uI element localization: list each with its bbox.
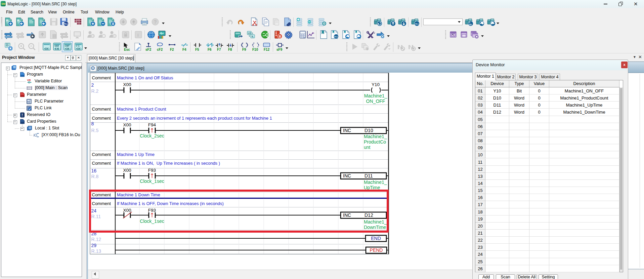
svg-text:sF2: sF2 (145, 48, 152, 51)
svg-text:ALL: ALL (64, 23, 68, 25)
svg-text:F7: F7 (217, 48, 221, 51)
svg-text:F4: F4 (182, 48, 186, 51)
svg-text:VR: VR (27, 79, 31, 82)
svg-text:cF2: cF2 (157, 48, 163, 51)
svg-text:F94: F94 (148, 122, 156, 127)
svg-text:iO: iO (34, 133, 37, 137)
svg-text:END: END (371, 236, 381, 241)
svg-text:CMT: CMT (65, 45, 70, 47)
svg-text:ALL: ALL (415, 23, 419, 25)
svg-text:R.5: R.5 (91, 128, 99, 133)
svg-text:If Machine 1 is ON, Up Time i: If Machine 1 is ON, Up Time increases ( … (117, 161, 220, 166)
svg-text:INC: INC (343, 128, 351, 133)
svg-text:Machine 1 Up Time: Machine 1 Up Time (117, 152, 155, 157)
svg-text:F93: F93 (148, 168, 156, 173)
svg-text:R.2: R.2 (91, 88, 99, 94)
svg-text:F2: F2 (170, 48, 174, 51)
svg-text:F9: F9 (242, 48, 246, 51)
svg-text:P: P (17, 19, 19, 22)
svg-text:Esc: Esc (124, 48, 130, 51)
svg-text:Clock_1sec: Clock_1sec (140, 178, 164, 184)
svg-text:VAR: VAR (54, 45, 59, 47)
svg-text:X00: X00 (123, 122, 131, 127)
svg-text:Machine1_: Machine1_ (364, 134, 387, 139)
svg-text:3: 3 (367, 47, 368, 50)
svg-text:P: P (6, 19, 8, 22)
svg-text:R.12: R.12 (91, 237, 101, 242)
svg-text:F10: F10 (252, 48, 258, 51)
svg-text:Comment: Comment (92, 116, 111, 121)
svg-text:Machine1_: Machine1_ (364, 93, 387, 98)
svg-text:F8: F8 (228, 48, 232, 51)
svg-text:!: ! (22, 113, 23, 117)
svg-text:ON_OFF: ON_OFF (366, 98, 385, 104)
svg-text:ALL: ALL (334, 36, 338, 38)
svg-text:V C: V C (76, 45, 80, 47)
svg-text:D11: D11 (364, 173, 373, 178)
svg-text:i: i (137, 33, 139, 38)
svg-text:AB: AB (469, 24, 472, 26)
svg-text:R.13: R.13 (91, 248, 101, 254)
svg-text:F6: F6 (208, 48, 212, 51)
svg-text:8: 8 (91, 121, 94, 126)
svg-text:Clock_2sec: Clock_2sec (140, 133, 164, 138)
svg-text:?: ? (154, 19, 157, 25)
svg-text:X00: X00 (123, 168, 131, 173)
svg-text:Machine 1 Product Count: Machine 1 Product Count (117, 107, 166, 112)
svg-text:R.8: R.8 (91, 174, 99, 179)
svg-text:Comment: Comment (92, 107, 111, 112)
svg-text:Machine 1 On and Off Status: Machine 1 On and Off Status (117, 75, 173, 80)
svg-text:INC: INC (343, 173, 351, 178)
svg-text:D10: D10 (364, 128, 373, 133)
svg-text:16: 16 (91, 168, 97, 173)
svg-text:F5: F5 (195, 48, 199, 51)
svg-text:PEND: PEND (370, 247, 383, 253)
svg-text:sF9: sF9 (276, 48, 283, 51)
svg-text:Comment: Comment (92, 161, 111, 166)
svg-text:Y10: Y10 (372, 82, 380, 87)
svg-text:IL: IL (252, 35, 254, 38)
svg-text:Machine1_: Machine1_ (364, 180, 387, 185)
svg-text:Comment: Comment (92, 152, 111, 157)
svg-text:LD: LD (248, 32, 251, 34)
svg-text:2: 2 (91, 82, 94, 88)
svg-text:X00: X00 (123, 82, 131, 87)
svg-text:F12: F12 (264, 48, 270, 51)
svg-text:unt: unt (364, 145, 371, 150)
svg-text:29: 29 (91, 243, 97, 248)
svg-text:ProductCo: ProductCo (364, 139, 386, 145)
svg-text:Every 2 seconds an increment o: Every 2 seconds an increment of 1 repres… (117, 116, 272, 121)
svg-text:Comment: Comment (92, 75, 111, 80)
